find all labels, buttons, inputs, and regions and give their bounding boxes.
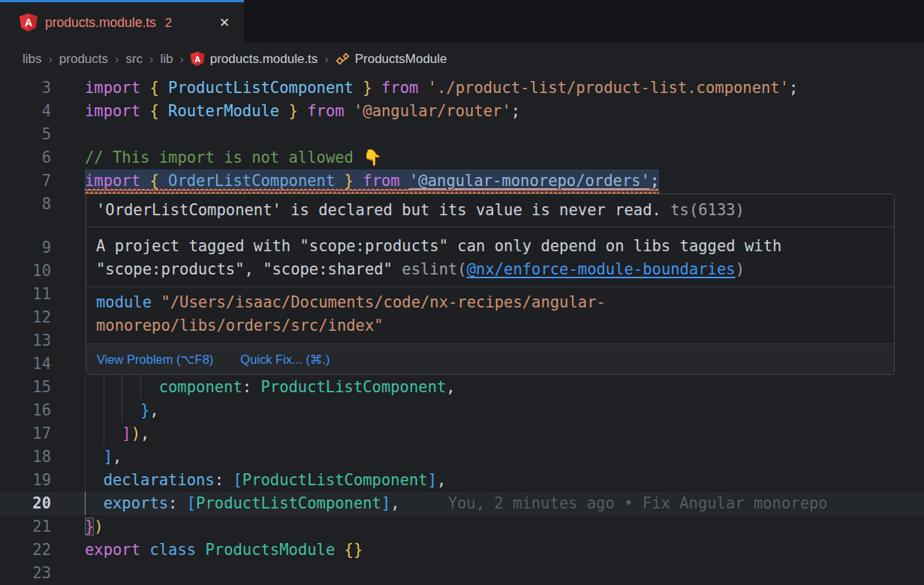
line-content: declarations: [ProductListComponent], xyxy=(85,469,446,492)
line-number[interactable]: 18 xyxy=(0,446,51,469)
eslint-rule-link[interactable]: @nx/enforce-module-boundaries xyxy=(467,260,736,278)
token xyxy=(400,172,409,190)
hover-text-line: A project tagged with "scope:products" c… xyxy=(96,235,884,258)
line-content: }) xyxy=(85,515,104,538)
git-blame-annotation: You, 2 minutes ago • Fix Angular monorep… xyxy=(448,494,828,512)
line-content: }, xyxy=(85,399,159,422)
line-number[interactable]: 10 xyxy=(0,260,51,283)
code-line-23[interactable]: 23 xyxy=(0,562,924,585)
line-number[interactable]: 8 xyxy=(0,193,51,216)
close-icon[interactable]: ✕ xyxy=(215,14,233,32)
token: : xyxy=(242,378,261,396)
line-content: exports: [ProductListComponent],You, 2 m… xyxy=(85,492,828,515)
breadcrumb-separator-icon: › xyxy=(179,52,183,66)
code-line-5[interactable]: 5 xyxy=(0,123,924,146)
breadcrumb-separator-icon: › xyxy=(115,52,119,66)
token: './product-list/product-list.component' xyxy=(428,79,789,97)
line-number[interactable]: 19 xyxy=(0,469,51,492)
error-squiggle-range[interactable]: import { OrderListComponent } from '@ang… xyxy=(85,170,659,193)
line-number[interactable]: 13 xyxy=(0,329,51,352)
line-number[interactable]: 22 xyxy=(0,538,51,562)
token: class xyxy=(149,541,196,559)
token xyxy=(140,172,149,190)
diagnostic-hover-popup: 'OrderListComponent' is declared but its… xyxy=(86,194,895,375)
hover-text: 'OrderListComponent' is declared but its… xyxy=(96,201,661,219)
breadcrumb-label: ProductsModule xyxy=(355,52,447,67)
breadcrumb-item-libs[interactable]: libs xyxy=(23,52,42,67)
token xyxy=(298,102,307,120)
line-content: ]), xyxy=(85,422,149,446)
code-line-18[interactable]: 18], xyxy=(0,446,924,469)
angular-icon: A xyxy=(191,52,205,66)
token: {} xyxy=(345,541,363,559)
token xyxy=(159,102,168,120)
breadcrumb-item-src[interactable]: src xyxy=(125,52,143,67)
hover-text: eslint( xyxy=(402,260,466,278)
code-line-6[interactable]: 6// This import is not allowed 👇 xyxy=(0,146,924,170)
tab-products-module[interactable]: A products.module.ts 2 ✕ xyxy=(0,0,244,43)
tab-bar: A products.module.ts 2 ✕ xyxy=(0,0,924,43)
code-line-21[interactable]: 21}) xyxy=(0,515,924,538)
view-problem-action[interactable]: View Problem (⌥F8) xyxy=(97,350,213,368)
line-content: import { ProductListComponent } from './… xyxy=(85,76,798,100)
line-number[interactable]: 23 xyxy=(0,562,51,585)
line-number[interactable]: 3 xyxy=(0,76,51,100)
token: RouterModule xyxy=(168,102,279,120)
breadcrumb-item-products-module-ts[interactable]: A products.module.ts xyxy=(191,52,318,67)
tab-file-icon-slot: A xyxy=(20,14,38,32)
token: from xyxy=(363,172,399,190)
line-content: import { OrderListComponent } from '@ang… xyxy=(85,170,659,193)
indent-guide xyxy=(104,422,122,446)
breadcrumb-item-lib[interactable]: lib xyxy=(160,52,173,67)
line-content: component: ProductListComponent, xyxy=(85,376,456,399)
hover-section: 'OrderListComponent' is declared but its… xyxy=(86,194,894,226)
breadcrumb-label: src xyxy=(125,52,143,67)
code-line-20[interactable]: 20exports: [ProductListComponent],You, 2… xyxy=(0,492,924,515)
token: , xyxy=(113,448,122,466)
tab-problem-count: 2 xyxy=(165,16,172,30)
token: ProductListComponent xyxy=(242,471,428,489)
quick-fix-action[interactable]: Quick Fix... (⌘.) xyxy=(240,350,330,368)
token: OrderListComponent xyxy=(168,172,335,190)
code-line-16[interactable]: 16}, xyxy=(0,399,924,422)
code-line-15[interactable]: 15component: ProductListComponent, xyxy=(0,376,924,399)
line-number[interactable]: 7 xyxy=(0,170,51,193)
line-number[interactable]: 6 xyxy=(0,146,51,170)
line-number[interactable]: 15 xyxy=(0,376,51,399)
indent-guide xyxy=(140,376,159,399)
token: '@angular/router' xyxy=(354,102,511,120)
line-number[interactable]: 4 xyxy=(0,100,51,123)
token xyxy=(159,172,168,190)
token: [ xyxy=(233,471,242,489)
code-line-4[interactable]: 4import { RouterModule } from '@angular/… xyxy=(0,100,924,123)
token: { xyxy=(149,172,158,190)
token: ProductListComponent xyxy=(196,494,381,512)
line-number[interactable]: 5 xyxy=(0,123,51,146)
line-number[interactable]: 9 xyxy=(0,236,51,260)
line-number[interactable]: 12 xyxy=(0,306,51,329)
breadcrumb-label: lib xyxy=(160,52,173,67)
breadcrumb-item-products[interactable]: products xyxy=(59,52,108,67)
breadcrumb-item-productsmodule[interactable]: ProductsModule xyxy=(336,52,447,67)
token xyxy=(354,79,363,97)
token: export xyxy=(85,541,140,559)
line-content: import { RouterModule } from '@angular/r… xyxy=(85,100,520,123)
line-number[interactable]: 21 xyxy=(0,515,51,538)
line-number[interactable]: 14 xyxy=(0,352,51,376)
code-line-19[interactable]: 19declarations: [ProductListComponent], xyxy=(0,469,924,492)
line-number[interactable]: 11 xyxy=(0,283,51,306)
line-number[interactable]: 16 xyxy=(0,399,51,422)
breadcrumb-label: libs xyxy=(23,52,42,67)
code-line-17[interactable]: 17]), xyxy=(0,422,924,446)
line-number[interactable]: 17 xyxy=(0,422,51,446)
token xyxy=(140,102,149,120)
token: } xyxy=(345,172,354,190)
code-line-22[interactable]: 22export class ProductsModule {} xyxy=(0,538,924,562)
code-line-7[interactable]: 7import { OrderListComponent } from '@an… xyxy=(0,170,924,193)
line-number[interactable]: 20 xyxy=(0,492,51,515)
indent-guide xyxy=(85,469,104,492)
token: ProductListComponent xyxy=(168,79,354,97)
code-line-3[interactable]: 3import { ProductListComponent } from '.… xyxy=(0,76,924,100)
hover-text: ts(6133) xyxy=(661,201,745,219)
token: // This import is not allowed xyxy=(85,148,363,166)
